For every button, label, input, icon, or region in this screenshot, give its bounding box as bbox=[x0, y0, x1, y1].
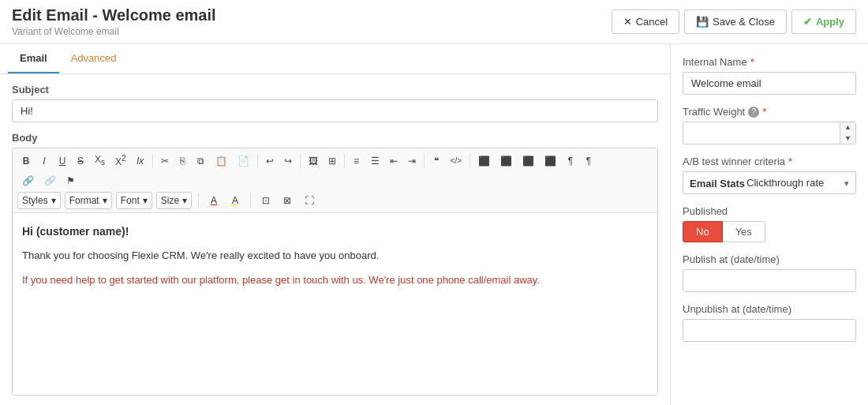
tabs: Email Advanced bbox=[0, 44, 670, 74]
underline-button[interactable]: U bbox=[54, 153, 71, 169]
unpublish-at-group: Unpublish at (date/time) bbox=[683, 303, 856, 342]
font-color-button[interactable]: A bbox=[205, 193, 223, 208]
copy-button[interactable]: ⎘ bbox=[174, 153, 192, 169]
publish-at-label: Publish at (date/time) bbox=[683, 253, 856, 265]
traffic-weight-input[interactable] bbox=[683, 122, 840, 144]
font-dropdown[interactable]: Font ▾ bbox=[116, 192, 152, 209]
code-button[interactable]: </> bbox=[446, 154, 466, 167]
subject-input[interactable] bbox=[12, 99, 658, 122]
image-button[interactable]: 🖼 bbox=[304, 153, 323, 169]
subject-label: Subject bbox=[12, 84, 658, 96]
paste-text-button[interactable]: 📋 bbox=[211, 153, 232, 169]
internal-name-required: * bbox=[750, 56, 754, 68]
publish-at-group: Publish at (date/time) bbox=[683, 253, 856, 292]
ordered-list-button[interactable]: ≡ bbox=[348, 153, 365, 169]
cancel-button[interactable]: ✕ Cancel bbox=[612, 9, 679, 34]
spinner-buttons: ▲ ▼ bbox=[840, 122, 855, 144]
unlink-button[interactable]: 🔗 bbox=[39, 173, 61, 189]
unpublish-at-input[interactable] bbox=[683, 319, 856, 342]
strikethrough-button[interactable]: S bbox=[72, 153, 89, 169]
page-title: Edit Email - Welcome email bbox=[12, 6, 216, 24]
toolbar-sep-5 bbox=[424, 154, 425, 168]
styles-label: Styles bbox=[22, 195, 48, 206]
format-dropdown[interactable]: Format ▾ bbox=[65, 192, 112, 209]
toolbar-sep-6 bbox=[470, 154, 470, 168]
published-label: Published bbox=[683, 205, 856, 217]
blockquote-button[interactable]: ❝ bbox=[428, 153, 445, 169]
traffic-weight-help-icon[interactable]: ? bbox=[748, 107, 759, 118]
styles-chevron-icon: ▾ bbox=[51, 195, 56, 206]
fullscreen-button[interactable]: ⛶ bbox=[300, 193, 319, 208]
apply-check-icon: ✔ bbox=[803, 16, 812, 28]
table-button[interactable]: ⊞ bbox=[324, 153, 341, 169]
traffic-weight-required: * bbox=[762, 106, 766, 118]
styles-dropdown[interactable]: Styles ▾ bbox=[17, 192, 61, 209]
editor-line-3: If you need help to get started with our… bbox=[22, 272, 648, 289]
traffic-weight-spinner[interactable]: ▲ ▼ bbox=[683, 122, 856, 144]
embed-button[interactable]: ⊠ bbox=[279, 193, 296, 208]
apply-button[interactable]: ✔ Apply bbox=[791, 9, 856, 34]
size-dropdown[interactable]: Size ▾ bbox=[156, 192, 192, 209]
paste-button[interactable]: ⧉ bbox=[193, 153, 210, 169]
toolbar-sep-3 bbox=[300, 154, 301, 168]
toggle-no-button[interactable]: No bbox=[683, 221, 723, 242]
tab-email[interactable]: Email bbox=[8, 44, 59, 73]
save-icon: 💾 bbox=[696, 16, 709, 28]
font-label: Font bbox=[121, 195, 140, 206]
editor-line-1: Hi (customer name)! bbox=[22, 223, 648, 240]
paste-word-button[interactable]: 📄 bbox=[233, 153, 254, 169]
traffic-weight-group: Traffic Weight ? * ▲ ▼ bbox=[683, 106, 856, 144]
editor-content-area[interactable]: Hi (customer name)! Thank you for choosi… bbox=[13, 213, 657, 395]
redo-button[interactable]: ↪ bbox=[279, 153, 297, 169]
flag-button[interactable]: ⚑ bbox=[62, 173, 80, 189]
ab-test-required: * bbox=[788, 156, 792, 167]
source-button[interactable]: ⊡ bbox=[257, 193, 275, 208]
toolbar-sep-7 bbox=[198, 193, 199, 208]
size-chevron-icon: ▾ bbox=[182, 195, 187, 206]
save-close-button[interactable]: 💾 Save & Close bbox=[684, 9, 787, 34]
size-label: Size bbox=[161, 195, 179, 206]
unpublish-at-label: Unpublish at (date/time) bbox=[683, 303, 856, 315]
published-toggle: No Yes bbox=[683, 221, 856, 242]
page-subtitle: Variant of Welcome email bbox=[12, 26, 216, 37]
toggle-yes-button[interactable]: Yes bbox=[723, 221, 765, 242]
tab-advanced[interactable]: Advanced bbox=[59, 44, 129, 73]
ab-test-select-wrapper[interactable]: Email Stats Clickthrough rate Open rate … bbox=[683, 171, 856, 194]
align-center-button[interactable]: ⬛ bbox=[496, 153, 517, 169]
font-chevron-icon: ▾ bbox=[143, 195, 148, 206]
toolbar-sep-1 bbox=[152, 154, 153, 168]
indent-less-button[interactable]: ⇤ bbox=[385, 153, 402, 169]
align-right-button[interactable]: ⬛ bbox=[518, 153, 539, 169]
undo-button[interactable]: ↩ bbox=[261, 153, 279, 169]
traffic-weight-label: Traffic Weight ? * bbox=[683, 106, 856, 118]
dir-ltr-button[interactable]: ¶ bbox=[562, 153, 579, 169]
unordered-list-button[interactable]: ☰ bbox=[366, 153, 384, 169]
ab-test-label: A/B test winner criteria * bbox=[683, 156, 856, 167]
publish-at-input[interactable] bbox=[683, 269, 856, 292]
toolbar-sep-2 bbox=[257, 154, 258, 168]
internal-name-group: Internal Name * bbox=[683, 56, 856, 95]
subscript-button[interactable]: Xs bbox=[90, 152, 110, 169]
clear-format-button[interactable]: Ix bbox=[132, 153, 149, 169]
italic-button[interactable]: I bbox=[36, 153, 53, 169]
indent-more-button[interactable]: ⇥ bbox=[403, 153, 421, 169]
cancel-x-icon: ✕ bbox=[623, 16, 632, 28]
link-button[interactable]: 🔗 bbox=[17, 173, 39, 189]
ab-test-select[interactable]: Clickthrough rate Open rate Revenue bbox=[683, 172, 855, 193]
spin-down-button[interactable]: ▼ bbox=[840, 133, 855, 144]
bold-button[interactable]: B bbox=[17, 153, 35, 169]
toolbar-sep-4 bbox=[344, 154, 345, 168]
published-group: Published No Yes bbox=[683, 205, 856, 242]
format-label: Format bbox=[69, 195, 99, 206]
cut-button[interactable]: ✂ bbox=[156, 153, 174, 169]
spin-up-button[interactable]: ▲ bbox=[840, 122, 855, 133]
superscript-button[interactable]: X2 bbox=[110, 152, 131, 170]
ab-test-group: A/B test winner criteria * Email Stats C… bbox=[683, 156, 856, 194]
align-justify-button[interactable]: ⬛ bbox=[540, 153, 561, 169]
internal-name-label: Internal Name * bbox=[683, 56, 856, 68]
format-chevron-icon: ▾ bbox=[103, 195, 107, 206]
align-left-button[interactable]: ⬛ bbox=[473, 153, 495, 169]
bg-color-button[interactable]: A bbox=[226, 193, 244, 208]
dir-rtl-button[interactable]: ¶ bbox=[580, 153, 597, 169]
internal-name-input[interactable] bbox=[683, 72, 856, 95]
